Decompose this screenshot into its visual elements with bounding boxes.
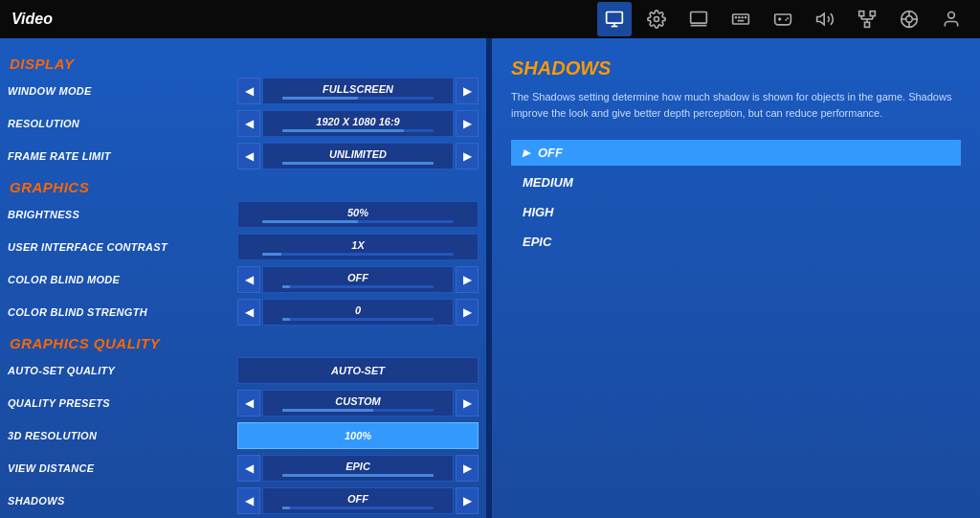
color-blind-mode-right-arrow[interactable]: ▶ <box>456 266 479 293</box>
quality-presets-left-arrow[interactable]: ◀ <box>237 390 260 417</box>
shadow-option-medium[interactable]: MEDIUM <box>511 169 961 195</box>
brightness-slider[interactable] <box>262 220 454 223</box>
nav-monitor-icon[interactable] <box>597 2 632 36</box>
auto-set-quality-row: AUTO-SET QUALITY AUTO-SET <box>8 355 479 386</box>
frame-rate-left-arrow[interactable]: ◀ <box>237 143 260 169</box>
svg-point-21 <box>906 16 913 23</box>
quality-presets-slider <box>282 409 434 412</box>
shadows-value: OFF <box>262 487 454 514</box>
ui-contrast-label: USER INTERFACE CONTRAST <box>8 241 237 253</box>
display-section-header: DISPLAY <box>10 56 479 72</box>
svg-rect-14 <box>870 11 875 16</box>
shadow-panel-title: SHADOWS <box>511 57 961 79</box>
color-blind-mode-label: COLOR BLIND MODE <box>8 274 237 285</box>
shadow-option-epic[interactable]: EPIC <box>511 229 961 255</box>
3d-resolution-row: 3D RESOLUTION 100% <box>8 420 479 451</box>
brightness-row: BRIGHTNESS 50% <box>8 199 479 230</box>
quality-presets-value: CUSTOM <box>262 390 454 417</box>
svg-rect-4 <box>691 12 707 24</box>
top-bar: Video <box>0 0 980 38</box>
ui-contrast-value: 1x <box>237 234 479 260</box>
right-panel: SHADOWS The Shadows setting determine ho… <box>492 38 980 518</box>
color-blind-strength-control: ◀ 0 ▶ <box>237 299 479 326</box>
shadows-label: SHADOWS <box>8 495 237 507</box>
shadow-option-epic-label: EPIC <box>523 235 551 249</box>
nav-gamepad-icon[interactable] <box>892 2 926 36</box>
quality-presets-row: QUALITY PRESETS ◀ CUSTOM ▶ <box>8 388 479 418</box>
frame-rate-right-arrow[interactable]: ▶ <box>456 143 479 169</box>
ui-contrast-row: USER INTERFACE CONTRAST 1x <box>8 232 479 262</box>
view-distance-slider <box>282 474 434 477</box>
svg-point-26 <box>948 12 955 19</box>
nav-gear-icon[interactable] <box>639 2 674 36</box>
view-distance-right-arrow[interactable]: ▶ <box>456 455 479 482</box>
view-distance-control: ◀ EPIC ▶ <box>237 455 479 482</box>
window-mode-row: WINDOW MODE ◀ FULLSCREEN ▶ <box>8 76 479 106</box>
shadows-control: ◀ OFF ▶ <box>237 487 479 514</box>
window-mode-slider <box>282 97 434 100</box>
shadows-left-arrow[interactable]: ◀ <box>237 487 260 514</box>
shadows-right-arrow[interactable]: ▶ <box>456 487 479 514</box>
brightness-value: 50% <box>237 201 479 228</box>
left-panel: DISPLAY WINDOW MODE ◀ FULLSCREEN ▶ RESOL… <box>0 38 488 518</box>
nav-keyboard-icon[interactable] <box>724 2 758 36</box>
resolution-left-arrow[interactable]: ◀ <box>237 110 260 137</box>
svg-point-3 <box>655 17 659 22</box>
auto-set-quality-control: AUTO-SET <box>237 357 479 384</box>
quality-presets-right-arrow[interactable]: ▶ <box>456 390 479 417</box>
color-blind-strength-slider <box>282 318 434 321</box>
auto-set-quality-value[interactable]: AUTO-SET <box>237 357 479 384</box>
resolution-row: RESOLUTION ◀ 1920 X 1080 16:9 ▶ <box>8 108 479 139</box>
page-title: Video <box>11 11 53 28</box>
nav-display2-icon[interactable] <box>681 2 716 36</box>
shadow-option-high-label: HIGH <box>523 205 554 219</box>
color-blind-strength-row: COLOR BLIND STRENGTH ◀ 0 ▶ <box>8 297 479 327</box>
svg-rect-13 <box>859 11 864 16</box>
3d-resolution-value[interactable]: 100% <box>237 422 479 449</box>
frame-rate-label: FRAME RATE LIMIT <box>8 150 237 162</box>
graphics-section-header: GRAPHICS <box>10 179 479 195</box>
color-blind-mode-control: ◀ OFF ▶ <box>237 266 479 293</box>
shadow-option-off[interactable]: ▶ OFF <box>511 140 961 166</box>
nav-icons <box>597 2 969 36</box>
window-mode-control: ◀ FULLSCREEN ▶ <box>237 78 479 104</box>
shadow-options-list: ▶ OFF MEDIUM HIGH EPIC <box>511 140 961 255</box>
svg-marker-12 <box>817 13 825 25</box>
resolution-right-arrow[interactable]: ▶ <box>456 110 479 137</box>
svg-rect-15 <box>865 22 870 27</box>
view-distance-row: VIEW DISTANCE ◀ EPIC ▶ <box>8 453 479 484</box>
shadows-row: SHADOWS ◀ OFF ▶ <box>8 485 479 516</box>
ui-contrast-slider[interactable] <box>262 253 454 256</box>
view-distance-label: VIEW DISTANCE <box>8 462 237 474</box>
view-distance-left-arrow[interactable]: ◀ <box>237 455 260 482</box>
window-mode-left-arrow[interactable]: ◀ <box>237 78 260 104</box>
color-blind-strength-left-arrow[interactable]: ◀ <box>237 299 260 326</box>
resolution-control: ◀ 1920 X 1080 16:9 ▶ <box>237 110 479 137</box>
resolution-slider <box>282 129 434 132</box>
shadow-option-medium-label: MEDIUM <box>523 175 573 190</box>
3d-resolution-label: 3D RESOLUTION <box>8 430 237 441</box>
nav-user-icon[interactable] <box>934 2 969 36</box>
shadow-option-off-bullet: ▶ <box>523 147 530 158</box>
quality-presets-control: ◀ CUSTOM ▶ <box>237 390 479 417</box>
nav-network-icon[interactable] <box>850 2 884 36</box>
svg-rect-0 <box>607 12 623 24</box>
frame-rate-value: UNLIMITED <box>262 143 454 169</box>
color-blind-strength-label: COLOR BLIND STRENGTH <box>8 306 237 318</box>
nav-audio-icon[interactable] <box>808 2 842 36</box>
color-blind-mode-row: COLOR BLIND MODE ◀ OFF ▶ <box>8 264 479 295</box>
shadow-option-high[interactable]: HIGH <box>511 199 961 225</box>
color-blind-mode-left-arrow[interactable]: ◀ <box>237 266 260 293</box>
ui-contrast-control: 1x <box>237 234 479 260</box>
window-mode-right-arrow[interactable]: ▶ <box>456 78 479 104</box>
frame-rate-control: ◀ UNLIMITED ▶ <box>237 143 479 169</box>
color-blind-mode-slider <box>282 285 434 288</box>
color-blind-mode-value: OFF <box>262 266 454 293</box>
nav-controller-icon[interactable] <box>766 2 800 36</box>
window-mode-label: WINDOW MODE <box>8 85 237 97</box>
3d-resolution-control: 100% <box>237 422 479 449</box>
color-blind-strength-right-arrow[interactable]: ▶ <box>456 299 479 326</box>
frame-rate-slider <box>282 162 434 165</box>
color-blind-strength-value: 0 <box>262 299 454 326</box>
view-distance-value: EPIC <box>262 455 454 482</box>
